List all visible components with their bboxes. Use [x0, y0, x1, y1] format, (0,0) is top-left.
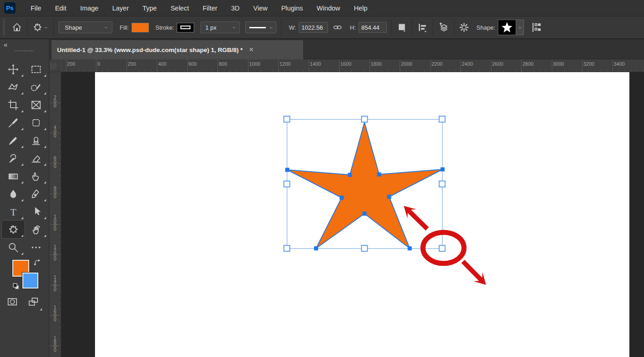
menu-item-plugins[interactable]: Plugins	[274, 0, 310, 16]
healing-brush-tool[interactable]	[25, 114, 48, 131]
link-dimensions-icon[interactable]	[333, 22, 343, 32]
color-swatches	[0, 257, 49, 301]
tool-mode-value: Shape	[65, 24, 82, 31]
menu-item-layer[interactable]: Layer	[106, 0, 136, 16]
menu-item-view[interactable]: View	[247, 0, 274, 16]
shape-picker-chevron-icon[interactable]	[516, 20, 524, 35]
swap-colors-icon[interactable]	[33, 258, 42, 269]
crop-tool[interactable]	[2, 96, 25, 114]
ruler-tick-label: 1600	[340, 61, 351, 67]
lasso-tool[interactable]	[2, 78, 25, 96]
ruler-tick-label: 3000	[553, 61, 564, 67]
blur-tool[interactable]	[2, 185, 25, 203]
path-operations-icon[interactable]	[396, 22, 407, 33]
close-icon[interactable]: ×	[249, 46, 253, 54]
menu-item-file[interactable]: File	[24, 0, 48, 16]
stroke-width-dropdown[interactable]: 1 px	[201, 21, 240, 33]
canvas-document[interactable]	[95, 72, 629, 357]
frame-tool[interactable]	[25, 96, 48, 114]
fill-color-swatch[interactable]	[132, 23, 149, 32]
menu-item-type[interactable]: Type	[136, 0, 164, 16]
collapse-panel-button[interactable]: «	[4, 41, 8, 48]
svg-text:T: T	[10, 206, 16, 217]
ruler-origin-corner	[49, 59, 61, 72]
zoom-tool[interactable]	[2, 238, 25, 256]
menu-item-select[interactable]: Select	[164, 0, 195, 16]
screen-mode-icon[interactable]	[27, 296, 39, 310]
ruler-tick-label: 200	[128, 61, 136, 67]
ruler-tick-label: 600	[189, 61, 197, 67]
eyedropper-tool[interactable]	[2, 114, 25, 131]
edit-toolbar-icon[interactable]	[530, 21, 542, 33]
tool-preset-chevron-icon[interactable]	[43, 25, 49, 31]
move-tool[interactable]	[2, 60, 25, 78]
path-alignment-icon[interactable]	[417, 22, 428, 33]
menu-item-filter[interactable]: Filter	[196, 0, 224, 16]
shape-height-input[interactable]: 854.44	[359, 22, 387, 33]
horizontal-ruler: 2000200400600800100012001400160018002000…	[61, 59, 644, 72]
history-brush-tool[interactable]	[2, 149, 25, 167]
ruler-tick-label: 1 0 0 0	[54, 215, 57, 231]
chevron-down-icon	[268, 25, 274, 31]
background-color-swatch[interactable]	[22, 273, 38, 289]
menu-item-edit[interactable]: Edit	[48, 0, 73, 16]
options-bar-grip[interactable]	[3, 20, 5, 35]
separator	[433, 19, 433, 36]
gradient-tool[interactable]	[2, 167, 25, 185]
menu-item-window[interactable]: Window	[310, 0, 347, 16]
custom-shape-tool[interactable]	[2, 220, 25, 238]
separator	[53, 19, 54, 36]
ruler-tick-label: 400	[158, 61, 166, 67]
ruler-tick-label: 1200	[280, 61, 290, 67]
separator	[27, 19, 27, 36]
brush-tool[interactable]	[2, 131, 25, 149]
home-icon[interactable]	[11, 22, 22, 33]
menu-bar: Ps FileEditImageLayerTypeSelectFilter3DV…	[0, 0, 644, 16]
shape-height-value: 854.44	[361, 24, 380, 31]
ruler-tick-label: 1400	[310, 61, 321, 67]
menu-item-image[interactable]: Image	[73, 0, 105, 16]
clone-stamp-tool[interactable]	[25, 131, 48, 149]
width-label: W:	[289, 24, 296, 31]
shape-picker-label: Shape:	[476, 24, 495, 31]
tool-mode-dropdown[interactable]: Shape	[58, 21, 112, 33]
ruler-tick-label: 3400	[614, 61, 625, 67]
document-tab[interactable]: Untitled-1 @ 33.3% (www.psd-dude.com(sta…	[52, 40, 304, 59]
ruler-tick-label: 1 2 0 0	[54, 245, 57, 261]
custom-shape-tool-icon[interactable]	[32, 22, 43, 33]
gear-icon[interactable]	[459, 22, 469, 32]
ruler-tick-label: 2000	[401, 61, 412, 67]
stroke-type-dropdown[interactable]	[245, 21, 276, 33]
eraser-tool[interactable]	[25, 149, 48, 167]
stroke-color-swatch[interactable]	[177, 23, 194, 32]
menu-item-help[interactable]: Help	[347, 0, 375, 16]
tools-panel: « T	[0, 39, 49, 357]
pasteboard[interactable]	[61, 72, 644, 357]
shape-picker-thumbnail[interactable]	[498, 20, 516, 35]
tool-grid: T	[2, 60, 48, 256]
object-selection-tool[interactable]	[25, 78, 48, 96]
document-tab-title: Untitled-1 @ 33.3% (www.psd-dude.com(sta…	[57, 47, 243, 53]
path-arrangement-icon[interactable]	[438, 21, 449, 33]
smudge-tool[interactable]	[25, 167, 48, 185]
path-selection-tool[interactable]	[25, 203, 48, 220]
shape-width-input[interactable]: 1022.56	[299, 22, 328, 33]
pen-tool[interactable]	[25, 185, 48, 203]
menu-item-3d[interactable]: 3D	[224, 0, 247, 16]
stroke-label: Stroke:	[155, 24, 174, 31]
separator	[454, 19, 454, 36]
stroke-style-line	[249, 27, 266, 28]
hand-tool[interactable]	[25, 220, 48, 238]
marquee-tool[interactable]	[25, 60, 48, 78]
more-icon[interactable]	[25, 238, 48, 256]
quick-mask-icon[interactable]	[6, 296, 18, 310]
type-tool[interactable]: T	[2, 203, 25, 220]
separator	[391, 19, 392, 36]
panel-grip[interactable]	[15, 50, 35, 52]
default-colors-icon[interactable]	[12, 282, 21, 293]
options-bar: Shape Fill: Stroke: 1 px W: 1022.56 H: 8…	[0, 16, 644, 39]
ruler-tick-label: 0	[97, 61, 100, 67]
document-tab-bar: Untitled-1 @ 33.3% (www.psd-dude.com(sta…	[49, 39, 644, 59]
separator	[281, 19, 281, 36]
fill-label: Fill:	[120, 24, 129, 31]
